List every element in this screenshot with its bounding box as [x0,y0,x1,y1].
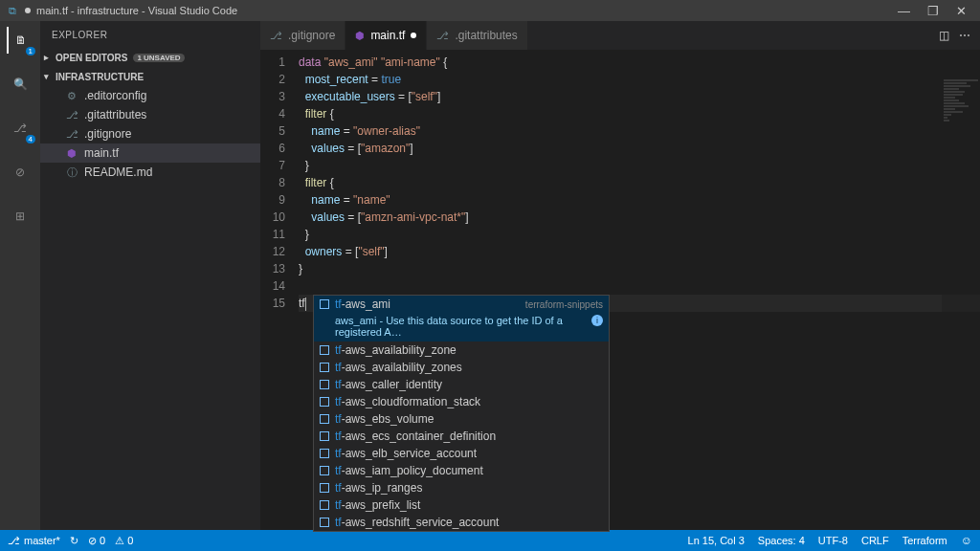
sidebar: EXPLORER ▸ OPEN EDITORS 1 UNSAVED ▾ INFR… [40,21,260,530]
file-item[interactable]: ⚙.editorconfig [40,86,260,105]
status-branch[interactable]: ⎇ master* [8,535,60,547]
explorer-header: EXPLORER [40,21,260,48]
suggest-item[interactable]: tf-aws_amiterraform-snippets [314,296,609,313]
more-actions-icon[interactable]: ⋯ [959,29,970,42]
file-name: README.md [84,165,152,179]
suggest-item[interactable]: tf-aws_redshift_service_account [314,514,609,531]
suggest-item[interactable]: tf-aws_caller_identity [314,376,609,393]
suggest-label: tf-aws_availability_zone [335,343,457,357]
snippet-icon [320,414,329,424]
suggest-item[interactable]: tf-aws_ip_ranges [314,479,609,496]
line-gutter: 123456789101112131415 [260,50,299,530]
status-eol[interactable]: CRLF [861,535,889,546]
file-name: main.tf [84,146,119,160]
titlebar: ⧉ main.tf - infrastructure - Visual Stud… [0,0,980,21]
status-sync-icon[interactable]: ↻ [70,535,78,547]
snippet-icon [320,431,329,441]
window-controls: — ❐ ✕ [898,4,974,18]
snippet-icon [320,345,329,355]
feedback-icon[interactable]: ☺ [961,534,972,547]
file-item[interactable]: ⎇.gitignore [40,124,260,143]
suggest-label: tf-aws_cloudformation_stack [335,395,480,408]
tab[interactable]: ⎇.gitattributes [427,21,527,50]
suggest-label: tf-aws_elb_service_account [335,447,477,460]
info-icon[interactable]: i [591,315,603,326]
extensions-icon[interactable]: ⊞ [7,203,33,230]
snippet-icon [320,380,329,389]
file-icon: ⚙ [65,90,78,102]
status-spaces[interactable]: Spaces: 4 [758,535,805,546]
suggest-item[interactable]: tf-aws_availability_zones [314,359,609,376]
tab-label: main.tf [370,29,405,42]
suggest-item[interactable]: tf-aws_prefix_list [314,496,609,514]
tab[interactable]: ⬢main.tf [345,21,427,50]
source-control-icon[interactable]: ⎇4 [7,115,33,142]
file-icon: ⓘ [65,165,78,180]
tab[interactable]: ⎇.gitignore [260,21,345,50]
open-editors-section[interactable]: ▸ OPEN EDITORS 1 UNSAVED [40,48,260,67]
file-item[interactable]: ⬢main.tf [40,143,260,163]
search-icon[interactable]: 🔍 [7,71,33,98]
minimize-icon[interactable]: — [898,4,910,18]
suggest-label: tf-aws_redshift_service_account [335,516,499,529]
snippet-icon [320,483,329,493]
dirty-dot-icon [411,33,416,38]
snippet-icon [320,466,329,475]
suggest-item[interactable]: tf-aws_cloudformation_stack [314,393,609,410]
chevron-right-icon: ▸ [44,53,56,62]
tab-file-icon: ⎇ [270,30,282,42]
suggest-label: tf-aws_iam_policy_document [335,464,483,477]
code-area[interactable]: 123456789101112131415 data "aws_ami" "am… [260,50,980,530]
folder-section[interactable]: ▾ INFRASTRUCTURE [40,67,260,86]
suggest-item[interactable]: tf-aws_elb_service_account [314,445,609,462]
editor-actions: ◫ ⋯ [929,21,980,50]
status-warnings[interactable]: ⚠ 0 [115,535,133,547]
suggest-label: tf-aws_caller_identity [335,378,442,391]
suggest-item[interactable]: tf-aws_ebs_volume [314,410,609,428]
split-editor-icon[interactable]: ◫ [939,29,949,42]
explorer-icon[interactable]: 🗎1 [7,27,33,54]
minimap[interactable] [942,78,980,530]
suggest-label: tf-aws_ecs_container_definition [335,430,496,443]
suggest-widget[interactable]: tf-aws_amiterraform-snippetsaws_ami - Us… [313,295,610,532]
debug-icon[interactable]: ⊘ [7,159,33,186]
tab-file-icon: ⎇ [436,30,449,42]
suggest-source: terraform-snippets [525,299,603,310]
window-title: main.tf - infrastructure - Visual Studio… [36,5,237,16]
suggest-item[interactable]: tf-aws_iam_policy_document [314,462,609,479]
suggest-label: tf-aws_prefix_list [335,498,420,512]
file-name: .gitattributes [84,108,146,121]
chevron-down-icon: ▾ [44,72,56,81]
tab-bar: ⎇.gitignore⬢main.tf⎇.gitattributes ◫ ⋯ [260,21,980,50]
snippet-icon [320,518,329,527]
close-icon[interactable]: ✕ [956,4,967,18]
status-language[interactable]: Terraform [902,535,947,546]
suggest-label: tf-aws_ip_ranges [335,481,422,495]
file-icon: ⎇ [65,128,78,141]
status-errors[interactable]: ⊘ 0 [88,535,105,547]
status-position[interactable]: Ln 15, Col 3 [688,535,745,546]
snippet-icon [320,500,329,510]
editor: ⎇.gitignore⬢main.tf⎇.gitattributes ◫ ⋯ 1… [260,21,980,530]
activity-bar: 🗎1 🔍 ⎇4 ⊘ ⊞ [0,21,40,530]
tab-label: .gitignore [288,29,335,42]
tab-label: .gitattributes [455,29,517,42]
vscode-logo-icon: ⧉ [6,4,19,17]
dirty-indicator-icon [25,8,31,13]
maximize-icon[interactable]: ❐ [927,4,939,18]
suggest-label: tf-aws_availability_zones [335,361,462,374]
file-item[interactable]: ⎇.gitattributes [40,105,260,124]
file-icon: ⬢ [65,147,78,160]
file-item[interactable]: ⓘREADME.md [40,163,260,182]
file-name: .editorconfig [84,89,146,102]
suggest-item[interactable]: tf-aws_ecs_container_definition [314,428,609,445]
suggest-label: tf-aws_ebs_volume [335,412,434,426]
suggest-item[interactable]: tf-aws_availability_zone [314,342,609,359]
snippet-icon [320,397,329,407]
suggest-detail: aws_ami - Use this data source to get th… [314,313,609,342]
status-encoding[interactable]: UTF-8 [818,535,848,546]
snippet-icon [320,449,329,458]
tab-file-icon: ⬢ [355,30,365,42]
status-bar: ⎇ master* ↻ ⊘ 0 ⚠ 0 Ln 15, Col 3 Spaces:… [0,530,980,551]
snippet-icon [320,299,329,309]
